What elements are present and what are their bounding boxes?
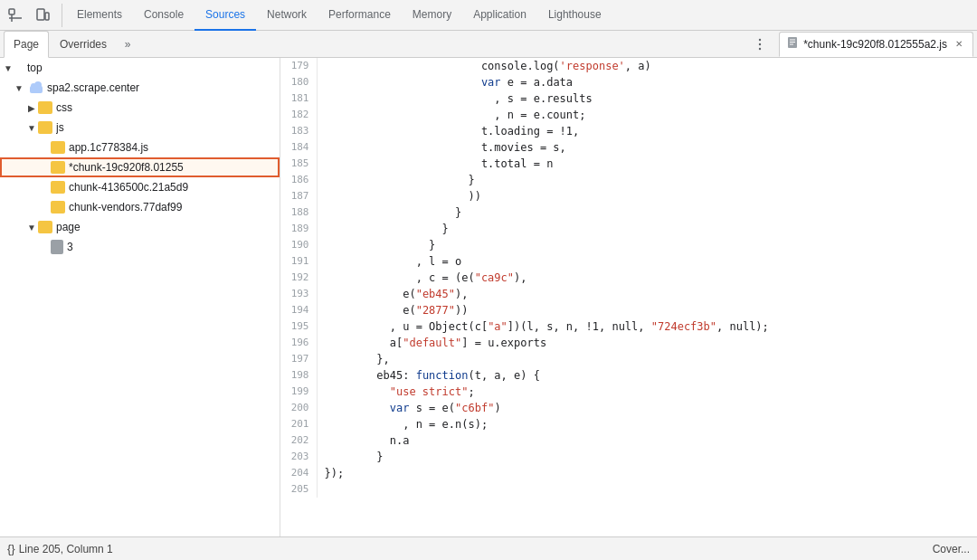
cloud-icon [29,81,43,94]
code-token: eb45: [325,369,416,382]
tab-memory[interactable]: Memory [402,0,462,31]
code-token: var [390,402,410,414]
line-number: 189 [280,221,317,237]
table-row: 203 } [280,449,977,465]
cursor-position: Line 205, Column 1 [19,543,113,555]
line-code: , c = (e("ca9c"), [317,270,977,286]
table-row: 186 } [280,172,977,188]
tree-label-page: page [56,221,81,233]
code-token: , c = (e( [325,271,475,284]
code-token: "use strict" [390,385,469,398]
line-number: 182 [280,107,317,123]
tree-item-js[interactable]: ▼ js [0,118,280,138]
line-code: var s = e("c6bf") [317,400,977,416]
code-editor[interactable]: 179 console.log('response', a)180 var e … [280,58,977,536]
svg-point-6 [759,43,761,44]
tab-network[interactable]: Network [256,0,318,31]
code-token: } [325,206,462,219]
tab-application[interactable]: Application [462,0,537,31]
more-tabs-icon[interactable]: » [118,34,138,54]
code-table: 179 console.log('response', a)180 var e … [280,58,977,498]
svg-point-5 [759,38,761,40]
line-code: t.loading = !1, [317,123,977,139]
tree-item-chunk1[interactable]: *chunk-19c920f8.01255 [0,157,280,177]
file-icon-3 [51,240,63,254]
panel-tab-page[interactable]: Page [4,31,49,58]
tree-item-app[interactable]: app.1c778384.js [0,138,280,157]
svg-rect-4 [45,13,49,20]
tree-item-file3[interactable]: 3 [0,237,280,257]
tab-console[interactable]: Console [133,0,194,31]
line-number: 200 [280,400,317,416]
inspect-icon[interactable] [4,4,27,27]
table-row: 201 , n = e.n(s); [280,416,977,432]
table-row: 198 eb45: function(t, a, e) { [280,367,977,384]
panel-options-icon[interactable] [750,34,770,54]
svg-rect-15 [52,242,62,252]
tree-item-spa2[interactable]: ▼ spa2.scrape.center [0,78,280,98]
table-row: 200 var s = e("c6bf") [280,400,977,416]
line-number: 191 [280,253,317,270]
line-number: 199 [280,384,317,400]
line-code: , l = o [317,253,977,270]
code-token: s = e( [409,402,455,414]
line-number: 193 [280,286,317,302]
code-token: )) [325,190,481,203]
code-token: t.loading = !1, [325,125,580,138]
code-token: } [325,451,384,463]
tab-elements[interactable]: Elements [66,0,133,31]
panel-toolbar: Page Overrides » *chunk-19c920f8.012555a… [0,31,977,58]
code-token: )) [455,304,468,317]
table-row: 185 t.total = n [280,156,977,172]
tree-item-chunk3[interactable]: chunk-vendors.77daf99 [0,197,280,217]
line-code: , n = e.count; [317,107,977,123]
tree-item-chunk2[interactable]: chunk-4136500c.21a5d9 [0,177,280,197]
line-number: 202 [280,432,317,449]
code-token: e = a.data [501,76,573,89]
tree-item-css[interactable]: ▶ css [0,98,280,118]
line-number: 198 [280,367,317,384]
device-toggle-icon[interactable] [31,4,54,27]
tab-lighthouse[interactable]: Lighthouse [537,0,612,31]
code-token: ), [455,288,468,300]
code-token [325,385,390,398]
code-token: "a" [488,320,507,333]
line-code: a["default"] = u.exports [317,335,977,351]
tree-item-page[interactable]: ▼ page [0,217,280,237]
table-row: 180 var e = a.data [280,74,977,90]
file-tab[interactable]: *chunk-19c920f8.012555a2.js ✕ [779,32,973,57]
folder-icon-chunk2 [51,181,65,194]
tab-sources[interactable]: Sources [194,0,256,31]
tree-label-app: app.1c778384.js [69,141,148,154]
table-row: 179 console.log('response', a) [280,58,977,74]
line-number: 188 [280,204,317,221]
code-token: , null); [716,320,769,333]
file-tab-close-icon[interactable]: ✕ [953,38,965,51]
table-row: 192 , c = (e("ca9c"), [280,270,977,286]
line-number: 184 [280,139,317,156]
line-code: t.movies = s, [317,139,977,156]
panel-tab-overrides[interactable]: Overrides [51,31,116,58]
format-icon[interactable]: {} [7,542,15,555]
folder-icon-app [51,141,65,154]
code-token: var [481,76,501,89]
table-row: 202 n.a [280,432,977,449]
line-number: 185 [280,156,317,172]
line-code: n.a [317,432,977,449]
tab-performance[interactable]: Performance [318,0,402,31]
line-code: }); [317,465,977,481]
table-row: 196 a["default"] = u.exports [280,335,977,351]
folder-icon-chunk1 [51,161,65,174]
tree-label-chunk3: chunk-vendors.77daf99 [69,201,182,214]
line-number: 195 [280,318,317,335]
table-row: 188 } [280,204,977,221]
line-number: 186 [280,172,317,188]
tree-label-js: js [56,121,64,134]
tree-label-spa2: spa2.scrape.center [47,81,139,94]
code-token: ), [514,271,526,284]
code-token: ) [494,402,500,414]
code-token: a[ [325,337,403,349]
status-bar: {} Line 205, Column 1 Cover... [0,536,977,560]
tree-item-top[interactable]: ▼ top [0,58,280,78]
table-row: 189 } [280,221,977,237]
